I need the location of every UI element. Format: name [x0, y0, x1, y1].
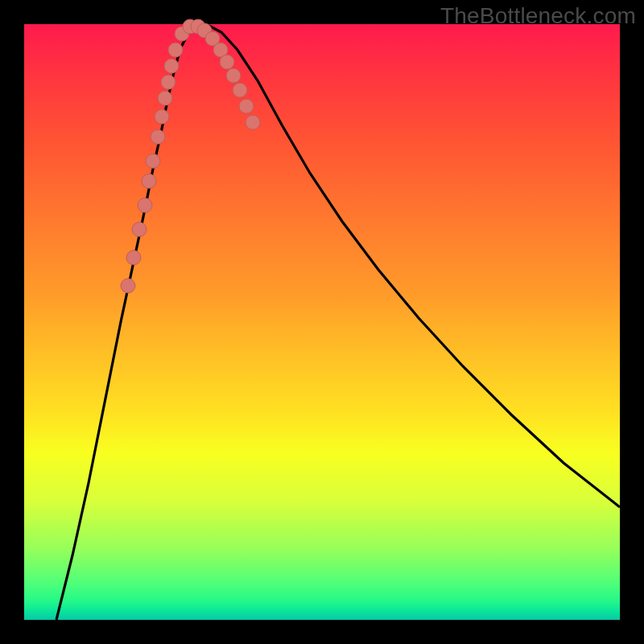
- highlight-dot: [138, 198, 152, 213]
- highlight-dot: [168, 43, 183, 57]
- highlight-dots-group: [121, 19, 260, 293]
- highlight-dot: [151, 130, 165, 144]
- highlight-dot: [158, 91, 172, 105]
- highlight-dot: [161, 75, 175, 89]
- highlight-dot: [126, 250, 141, 265]
- chart-frame: TheBottleneck.com: [0, 0, 644, 644]
- highlight-dot: [226, 68, 241, 83]
- highlight-dot: [220, 55, 234, 69]
- highlight-dot: [155, 109, 169, 124]
- highlight-dot: [233, 83, 247, 97]
- highlight-dot: [121, 279, 135, 293]
- highlight-dot: [246, 115, 260, 130]
- highlight-dot: [142, 174, 156, 188]
- highlight-dot: [239, 99, 254, 114]
- bottleneck-chart-svg: [24, 24, 620, 620]
- highlight-dot: [146, 154, 160, 168]
- bottleneck-curve: [56, 26, 620, 620]
- highlight-dot: [164, 59, 179, 73]
- highlight-dot: [132, 222, 147, 237]
- watermark-text: TheBottleneck.com: [440, 3, 636, 29]
